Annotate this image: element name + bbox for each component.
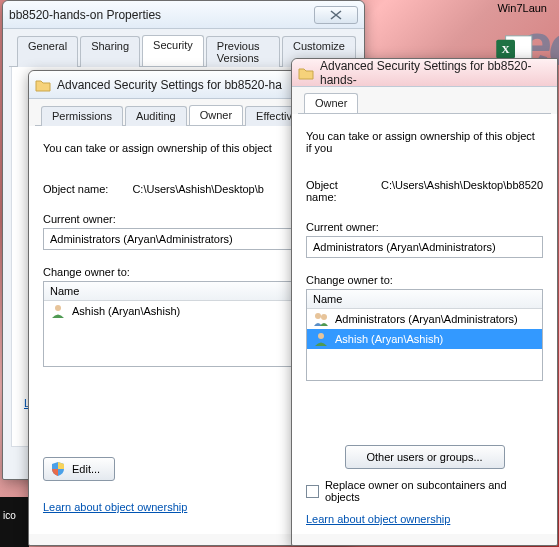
svg-point-5 bbox=[321, 314, 327, 320]
other-users-label: Other users or groups... bbox=[366, 451, 482, 463]
window-title: Advanced Security Settings for bb8520-ha… bbox=[320, 59, 551, 87]
user-icon bbox=[313, 331, 329, 347]
list-header[interactable]: Name bbox=[307, 290, 542, 309]
current-owner-field: Administrators (Aryan\Administrators) bbox=[306, 236, 543, 258]
learn-link[interactable]: Learn about object ownership bbox=[43, 501, 187, 513]
list-item[interactable]: Ashish (Aryan\Ashish) bbox=[307, 329, 542, 349]
edit-button-label: Edit... bbox=[72, 463, 100, 475]
svg-point-6 bbox=[318, 333, 324, 339]
other-users-button[interactable]: Other users or groups... bbox=[345, 445, 505, 469]
svg-point-3 bbox=[55, 305, 61, 311]
folder-icon bbox=[35, 78, 51, 92]
owner-listbox[interactable]: Name Administrators (Aryan\Administrator… bbox=[306, 289, 543, 381]
tabstrip: Owner bbox=[298, 93, 551, 114]
current-owner-value: Administrators (Aryan\Administrators) bbox=[50, 233, 233, 245]
taskbar-fragment bbox=[0, 497, 29, 547]
list-item-label: Administrators (Aryan\Administrators) bbox=[335, 313, 518, 325]
edit-button[interactable]: Edit... bbox=[43, 457, 115, 481]
group-icon bbox=[313, 311, 329, 327]
shield-icon bbox=[50, 461, 66, 477]
advanced-security-window-b: Advanced Security Settings for bb8520-ha… bbox=[291, 58, 558, 546]
current-owner-label: Current owner: bbox=[306, 221, 543, 233]
desktop-shortcut-label[interactable]: Win7Laun bbox=[497, 2, 547, 14]
object-name-label: Object name: bbox=[43, 183, 108, 195]
tab-general[interactable]: General bbox=[17, 36, 78, 67]
user-icon bbox=[50, 303, 66, 319]
close-icon bbox=[330, 10, 342, 20]
window-title: bb8520-hands-on Properties bbox=[9, 8, 314, 22]
titlebar[interactable]: bb8520-hands-on Properties bbox=[3, 1, 364, 29]
object-name-value: C:\Users\Ashish\Desktop\bb8520 bbox=[381, 179, 543, 203]
tab-owner[interactable]: Owner bbox=[304, 93, 358, 113]
tab-auditing[interactable]: Auditing bbox=[125, 106, 187, 126]
list-item-label: Ashish (Aryan\Ashish) bbox=[335, 333, 443, 345]
svg-point-4 bbox=[315, 313, 321, 319]
list-item[interactable]: Administrators (Aryan\Administrators) bbox=[307, 309, 542, 329]
tab-sharing[interactable]: Sharing bbox=[80, 36, 140, 67]
checkbox-label: Replace owner on subcontainers and objec… bbox=[325, 479, 543, 503]
taskbar-item-label: ico bbox=[3, 510, 16, 521]
current-owner-value: Administrators (Aryan\Administrators) bbox=[313, 241, 496, 253]
object-name-label: Object name: bbox=[306, 179, 357, 203]
replace-owner-checkbox[interactable]: Replace owner on subcontainers and objec… bbox=[306, 479, 543, 503]
change-owner-label: Change owner to: bbox=[306, 274, 543, 286]
object-name-value: C:\Users\Ashish\Desktop\b bbox=[132, 183, 263, 195]
tab-previous-versions[interactable]: Previous Versions bbox=[206, 36, 280, 67]
svg-text:X: X bbox=[502, 43, 510, 55]
learn-link[interactable]: Learn about object ownership bbox=[306, 513, 450, 525]
checkbox-box[interactable] bbox=[306, 485, 319, 498]
close-button[interactable] bbox=[314, 6, 358, 24]
list-item-label: Ashish (Aryan\Ashish) bbox=[72, 305, 180, 317]
intro-text: You can take or assign ownership of this… bbox=[306, 130, 543, 154]
tab-security[interactable]: Security bbox=[142, 35, 204, 66]
tab-permissions[interactable]: Permissions bbox=[41, 106, 123, 126]
titlebar[interactable]: Advanced Security Settings for bb8520-ha… bbox=[292, 59, 557, 87]
folder-icon bbox=[298, 66, 314, 80]
tab-owner[interactable]: Owner bbox=[189, 105, 243, 125]
